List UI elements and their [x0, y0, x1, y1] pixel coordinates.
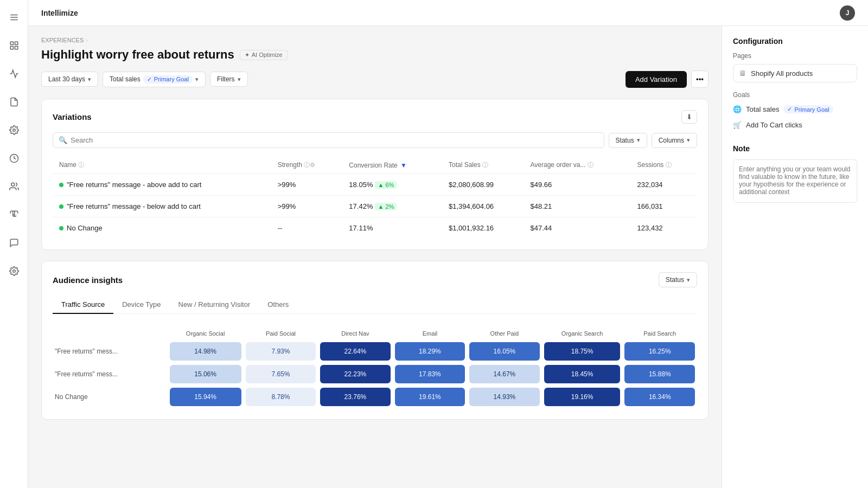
heat-cell-1-2: 22.23% [318, 363, 392, 386]
add-variation-button[interactable]: Add Variation [626, 71, 687, 88]
sidebar-dashboard-icon[interactable] [5, 37, 23, 54]
sidebar-reports-icon[interactable] [5, 93, 23, 111]
date-range-chevron: ▾ [88, 76, 91, 83]
heat-cell-2-1: 8.78% [244, 386, 318, 408]
sidebar-history-icon[interactable] [5, 150, 23, 167]
heat-cell-2-6: 16.34% [622, 386, 697, 408]
search-input[interactable] [71, 136, 598, 144]
heat-value-2-3: 19.61% [395, 388, 465, 406]
download-button[interactable]: ⬇ [681, 110, 697, 124]
heat-value-1-4: 14.67% [469, 365, 539, 383]
heat-value-0-4: 16.05% [469, 342, 539, 361]
tab-traffic-source[interactable]: Traffic Source [53, 296, 113, 314]
uplift-badge: ▲ 2% [375, 203, 397, 210]
tab-others[interactable]: Others [259, 296, 297, 314]
row-name-1: "Free returns" message - below add to ca… [53, 196, 271, 217]
goal-cart-icon: 🛒 [733, 121, 742, 129]
goal-button[interactable]: Total sales ✓ Primary Goal ▾ [103, 72, 206, 87]
heat-value-1-5: 18.45% [544, 365, 621, 383]
heat-value-2-0: 15.94% [170, 388, 241, 406]
status-label: Status [616, 137, 634, 144]
heat-value-2-4: 14.93% [469, 388, 539, 406]
heat-value-0-6: 16.25% [624, 342, 695, 361]
page-name: Shopify All products [751, 69, 813, 78]
sales-info-icon[interactable]: ⓘ [482, 162, 488, 168]
heat-cell-2-4: 14.93% [467, 386, 541, 408]
row-sales-2: $1,001,932.16 [442, 217, 524, 239]
config-title: Configuration [733, 37, 857, 46]
heat-cell-2-0: 15.94% [168, 386, 244, 408]
columns-button[interactable]: Columns ▾ [652, 133, 697, 148]
heat-value-0-2: 22.64% [320, 342, 390, 361]
row-avg-order-0: $49.66 [524, 174, 631, 196]
tab-new-/-returning-visitor[interactable]: New / Returning Visitor [170, 296, 259, 314]
sidebar-audience-icon[interactable] [5, 178, 23, 195]
row-sales-0: $2,080,608.99 [442, 174, 524, 196]
strength-info-icon2[interactable]: ⚙ [310, 162, 315, 168]
variations-title: Variations [53, 112, 92, 121]
goal-total-sales[interactable]: 🌐 Total sales ✓ Primary Goal [733, 103, 857, 115]
sidebar-analytics-icon[interactable] [5, 65, 23, 82]
search-icon: 🔍 [59, 136, 67, 144]
row-sessions-0: 232,034 [631, 174, 697, 196]
primary-goal-text: Primary Goal [154, 76, 189, 82]
more-dots-icon: ••• [696, 75, 704, 84]
svg-rect-4 [15, 42, 17, 44]
goal-label: Total sales [110, 75, 141, 83]
variations-table: Name ⓘ Strength ⓘ⚙ Conversion Rate ▼ Tot… [53, 157, 697, 239]
heat-cell-0-5: 18.75% [542, 340, 623, 363]
col-name: Name ⓘ [53, 157, 271, 174]
note-textarea[interactable] [733, 159, 857, 203]
heat-col-organic-search: Organic Search [542, 327, 623, 340]
sort-icon[interactable]: ▼ [400, 162, 407, 169]
table-row[interactable]: No Change -- 17.11% $1,001,932.16 $47.44… [53, 217, 697, 239]
heat-cell-1-3: 17.83% [393, 363, 467, 386]
heat-value-1-3: 17.83% [395, 365, 465, 383]
user-avatar[interactable]: J [840, 5, 855, 21]
status-button[interactable]: Status ▾ [609, 133, 647, 148]
primary-goal-check: ✓ [147, 76, 152, 83]
svg-point-7 [12, 129, 15, 132]
table-row[interactable]: "Free returns" message - above add to ca… [53, 174, 697, 196]
col-conversion: Conversion Rate ▼ [342, 157, 442, 174]
topbar-brand: Intellimize [41, 9, 78, 17]
variations-header: Variations ⬇ [53, 110, 697, 124]
heat-cell-1-1: 7.65% [244, 363, 318, 386]
heat-col-email: Email [393, 327, 467, 340]
sidebar-messages-icon[interactable] [5, 234, 23, 252]
avg-info-icon[interactable]: ⓘ [588, 162, 593, 168]
sidebar-experiments-icon[interactable] [5, 206, 23, 223]
goal-add-to-cart[interactable]: 🛒 Add To Cart clicks [733, 119, 857, 131]
tab-device-type[interactable]: Device Type [113, 296, 169, 314]
filters-button[interactable]: Filters ▾ [210, 72, 248, 87]
topbar: Intellimize J [28, 0, 868, 26]
heat-value-1-2: 22.23% [320, 365, 390, 383]
page-item[interactable]: 🖥 Shopify All products [733, 64, 857, 82]
heat-cell-1-0: 15.06% [168, 363, 244, 386]
sidebar-gear-icon[interactable] [5, 262, 23, 280]
table-row[interactable]: "Free returns" message - below add to ca… [53, 196, 697, 217]
config-primary-check: ✓ [787, 106, 792, 113]
heat-value-0-3: 18.29% [395, 342, 465, 361]
variations-card: Variations ⬇ 🔍 Status ▾ Columns ▾ [41, 99, 709, 250]
heat-col-direct-nav: Direct Nav [318, 327, 392, 340]
heat-row-2: No Change15.94%8.78%23.76%19.61%14.93%19… [53, 386, 697, 408]
ai-optimize-badge[interactable]: ✦ AI Optimize [240, 50, 288, 60]
goal-total-sales-label: Total sales [746, 105, 779, 113]
name-info-icon[interactable]: ⓘ [78, 162, 84, 168]
heat-value-2-1: 8.78% [246, 388, 316, 406]
more-options-button[interactable]: ••• [691, 70, 709, 88]
heat-row-1: "Free returns" mess...15.06%7.65%22.23%1… [53, 363, 697, 386]
sidebar-menu-icon[interactable] [5, 9, 23, 26]
goal-chevron: ▾ [195, 76, 199, 83]
audience-status-button[interactable]: Status ▾ [659, 272, 697, 287]
heat-cell-0-0: 14.98% [168, 340, 244, 363]
date-range-button[interactable]: Last 30 days ▾ [41, 72, 98, 87]
heat-cell-1-4: 14.67% [467, 363, 541, 386]
sidebar-settings-icon[interactable] [5, 121, 23, 139]
sessions-info-icon[interactable]: ⓘ [666, 162, 672, 168]
breadcrumb-parent[interactable]: EXPERIENCES [41, 37, 84, 43]
strength-info-icon[interactable]: ⓘ [304, 162, 310, 168]
heat-cell-2-5: 19.16% [542, 386, 623, 408]
row-sales-1: $1,394,604.06 [442, 196, 524, 217]
